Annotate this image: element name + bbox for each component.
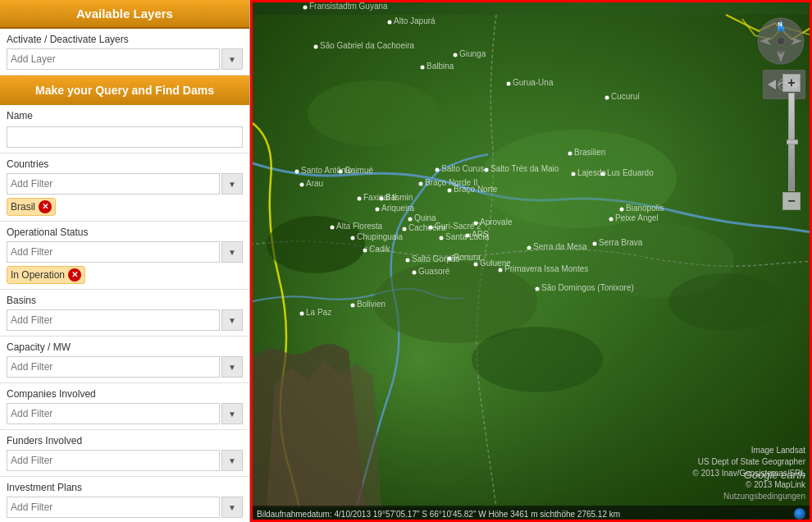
name-input[interactable]: [7, 126, 243, 148]
capacity-filter-row: ▼: [7, 356, 243, 378]
basins-section: Basins ▼: [0, 290, 249, 337]
svg-point-9: [668, 273, 783, 331]
add-layer-row: ▼: [7, 48, 243, 70]
svg-point-18: [777, 37, 785, 45]
in-operation-tag-remove[interactable]: ✕: [68, 268, 81, 282]
investment-filter-row: ▼: [7, 497, 243, 518]
add-layer-dropdown[interactable]: ▼: [221, 48, 243, 70]
funders-input[interactable]: [7, 450, 220, 471]
svg-point-7: [267, 216, 365, 273]
panel-header: Available Layers: [0, 0, 249, 29]
funders-dropdown[interactable]: ▼: [221, 450, 243, 471]
zoom-in-button[interactable]: +: [782, 74, 801, 92]
brasil-tag-label: Brasil: [11, 201, 35, 213]
activate-section: Activate / Deactivate Layers ▼: [0, 29, 249, 76]
zoom-slider[interactable]: [788, 93, 795, 191]
map-background: Fransistadtm GuyanaSão Gabriel da Cachoe…: [250, 0, 812, 522]
companies-label: Companies Involved: [7, 388, 243, 400]
svg-point-4: [480, 130, 677, 228]
funders-filter-row: ▼: [7, 450, 243, 471]
map-status-text: Bildaufnahmedatum: 4/10/2013 19°57'05.17…: [257, 510, 620, 519]
countries-filter-row: ▼: [7, 173, 243, 195]
operational-input[interactable]: [7, 241, 220, 263]
brasil-tag-remove[interactable]: ✕: [39, 200, 52, 213]
funders-label: Funders Involved: [7, 435, 243, 446]
nav-compass[interactable]: N: [756, 16, 805, 66]
companies-dropdown[interactable]: ▼: [221, 403, 243, 424]
companies-section: Companies Involved ▼: [0, 383, 249, 430]
in-operation-tag-label: In Operation: [11, 269, 65, 281]
query-button[interactable]: Make your Query and Find Dams: [0, 76, 249, 105]
basins-label: Basins: [7, 295, 243, 306]
query-button-wrapper: Make your Query and Find Dams: [0, 76, 249, 105]
investment-section: Investment Plans ▼: [0, 477, 249, 522]
name-section: Name: [0, 105, 249, 153]
copyright-maplink: © 2013 MapLink: [693, 479, 805, 491]
funders-section: Funders Involved ▼: [0, 430, 249, 477]
svg-text:N: N: [778, 21, 782, 28]
operational-section: Operational Status ▼ In Operation ✕: [0, 222, 249, 290]
map-area[interactable]: Fransistadtm GuyanaSão Gabriel da Cachoe…: [250, 0, 812, 522]
investment-dropdown[interactable]: ▼: [221, 497, 243, 518]
zoom-out-button[interactable]: −: [782, 192, 801, 210]
countries-input[interactable]: [7, 173, 220, 195]
basins-filter-row: ▼: [7, 309, 243, 331]
operational-label: Operational Status: [7, 227, 243, 238]
basins-dropdown[interactable]: ▼: [221, 309, 243, 331]
nutzung-link[interactable]: Nutzungsbedingungen: [693, 491, 805, 502]
capacity-input[interactable]: [7, 356, 220, 378]
svg-point-8: [472, 327, 603, 392]
in-operation-tag: In Operation ✕: [7, 266, 85, 284]
investment-label: Investment Plans: [7, 482, 243, 493]
map-bottom-bar: Bildaufnahmedatum: 4/10/2013 19°57'05.17…: [250, 506, 812, 522]
operational-filter-row: ▼: [7, 241, 243, 263]
countries-section: Countries ▼ Brasil ✕: [0, 153, 249, 222]
operational-dropdown[interactable]: ▼: [221, 241, 243, 263]
capacity-label: Capacity / MW: [7, 341, 243, 353]
globe-icon: [794, 508, 805, 520]
companies-input[interactable]: [7, 403, 220, 424]
zoom-controls: + −: [782, 74, 801, 210]
name-label: Name: [7, 110, 243, 121]
countries-label: Countries: [7, 158, 243, 170]
svg-point-3: [308, 80, 439, 146]
investment-input[interactable]: [7, 497, 220, 518]
add-layer-input[interactable]: [7, 48, 220, 70]
activate-label: Activate / Deactivate Layers: [7, 34, 243, 45]
left-panel: Available Layers Activate / Deactivate L…: [0, 0, 250, 522]
capacity-section: Capacity / MW ▼: [0, 337, 249, 383]
basins-input[interactable]: [7, 309, 220, 331]
copyright-state: US Dept of State Geographer: [693, 456, 805, 468]
countries-dropdown[interactable]: ▼: [221, 173, 243, 195]
capacity-dropdown[interactable]: ▼: [221, 356, 243, 378]
copyright-landsat: Image Landsat: [693, 445, 805, 456]
map-copyright: Image Landsat US Dept of State Geographe…: [693, 445, 805, 502]
companies-filter-row: ▼: [7, 403, 243, 424]
zoom-handle[interactable]: [787, 140, 798, 144]
copyright-inav: © 2013 Inav/Geosistemas/SRL: [693, 468, 805, 479]
brasil-tag: Brasil ✕: [7, 198, 56, 216]
map-svg: [250, 0, 812, 522]
